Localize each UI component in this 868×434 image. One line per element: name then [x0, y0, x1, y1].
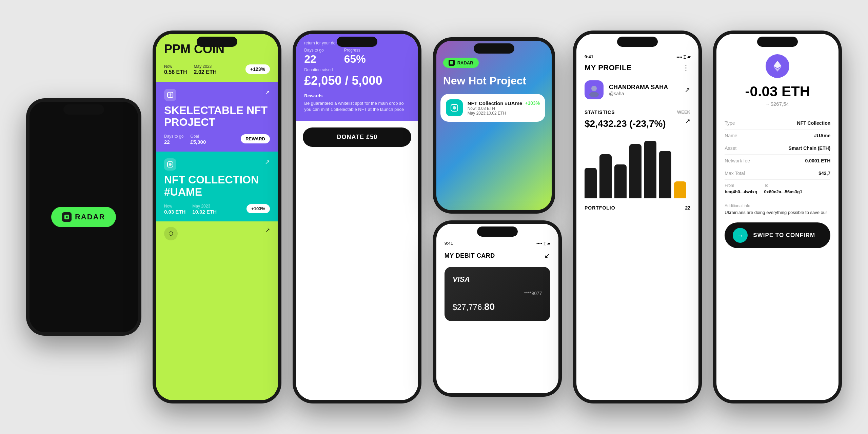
tx-type-row: Type NFT Collection	[725, 117, 830, 130]
bar-5	[644, 141, 656, 198]
skelectable-icon	[164, 89, 176, 101]
debit-statusbar: 9:41 ▪▪▪▪ ⌶ ▰	[445, 241, 550, 246]
from-label: From	[725, 183, 757, 188]
phone-profile: 9:41 ▪▪▪▪ ⌶ ▰ MY PROFILE ⋮ CHANDRAMA SAH…	[573, 31, 702, 403]
skel-badge: REWARD	[241, 134, 270, 143]
radar-brand-text: RADAR	[457, 60, 473, 65]
profile-user[interactable]: CHANDRAMA SAHA @saha ↗	[585, 80, 690, 99]
donate-button[interactable]: DONATE £50	[303, 127, 411, 147]
bar-6	[659, 151, 671, 198]
phone-debit: 9:41 ▪▪▪▪ ⌶ ▰ MY DEBIT CARD ↙ VISA ****9…	[433, 220, 562, 397]
card-nft[interactable]: ↗ NFT COLLECTION #UAME Now 0.03 ETH May …	[156, 152, 278, 221]
portfolio-label: PORTFOLIO	[585, 205, 615, 211]
transaction-screen: -0.03 ETH ~ $267,54 Type NFT Collection …	[716, 34, 839, 400]
name-value: #UAme	[814, 133, 830, 138]
progress-label: Progress	[344, 48, 360, 53]
svg-marker-9	[773, 61, 782, 68]
bar-4	[629, 144, 642, 198]
notification-card: NFT Collection #UAme +103% Now: 0.03 ETH…	[440, 94, 546, 122]
svg-rect-4	[450, 61, 453, 64]
raised-val: £2,050 / 5,000	[304, 74, 410, 88]
progress-val: 65%	[344, 53, 366, 65]
skel-goal-label: Goal	[190, 134, 199, 139]
name-label: Name	[725, 133, 737, 138]
notif-card-badge: +103%	[525, 100, 540, 106]
fee-value: 0.0001 ETH	[805, 158, 831, 163]
nft-now-label: Now	[164, 204, 172, 209]
donation-screen: return for your donation. Days to go 22 …	[296, 34, 418, 400]
card-ppm[interactable]: PPM COIN Now 0.56 ETH May 2023 2.02 ETH …	[156, 34, 278, 82]
tx-max-row: Max Total $42,7	[725, 167, 830, 180]
user-avatar	[585, 80, 604, 99]
swipe-arrow-icon: →	[733, 228, 748, 243]
nft-badge: +103%	[246, 204, 270, 213]
radar-text: RADAR	[75, 213, 105, 221]
notification-screen: RADAR New Hot Project NFT Collection #UA…	[436, 41, 552, 210]
svg-point-8	[589, 92, 599, 97]
stats-value: $2,432.23 (-23,7%)	[585, 118, 666, 129]
card-last4: ****9077	[453, 291, 542, 296]
skel-days-label: Days to go	[164, 134, 183, 139]
nft-title: NFT COLLECTION #UAME	[164, 174, 270, 198]
debit-card-visual: VISA ****9077 $27,776.80	[445, 267, 550, 321]
nft-now-val: 0.03 ETH	[164, 209, 185, 215]
user-handle: @saha	[609, 91, 668, 96]
bar-7	[674, 181, 686, 198]
nft-may-val: 10.02 ETH	[192, 209, 217, 215]
phone-pair-right: RADAR New Hot Project NFT Collection #UA…	[433, 37, 562, 397]
debit-time: 9:41	[445, 241, 453, 246]
more-menu-icon[interactable]: ⋮	[682, 63, 690, 72]
max-label: Max Total	[725, 171, 745, 176]
battery-icon: ▰	[547, 241, 550, 246]
debit-screen: 9:41 ▪▪▪▪ ⌶ ▰ MY DEBIT CARD ↙ VISA ****9…	[436, 224, 558, 393]
card-skelectable[interactable]: ↗ SKELECTABLE NFT PROJECT Days to go 22 …	[156, 82, 278, 152]
rewards-text: Be guaranteed a whitelist spot for the m…	[304, 100, 410, 113]
portfolio-chart	[585, 137, 690, 198]
ppm-may-val: 2.02 ETH	[194, 69, 217, 75]
minimize-icon[interactable]: ↙	[544, 251, 550, 260]
debit-signal-icons: ▪▪▪▪ ⌶ ▰	[536, 241, 550, 246]
balance-cents: 80	[484, 301, 495, 312]
svg-point-3	[169, 163, 172, 166]
bottom-icon-1[interactable]: ⬡	[164, 227, 178, 240]
to-label: To	[764, 183, 802, 188]
wifi-icon: ⌶	[684, 55, 686, 59]
asset-label: Asset	[725, 145, 736, 151]
max-value: $42,7	[818, 171, 830, 176]
splash-screen: RADAR	[29, 102, 138, 332]
swipe-confirm-button[interactable]: → SWIPE TO CONFIRM	[725, 222, 830, 248]
type-label: Type	[725, 120, 735, 126]
signal-icon: ▪▪▪▪	[676, 55, 682, 59]
bar-2	[599, 154, 612, 198]
nft-icon	[164, 158, 176, 171]
user-name: CHANDRAMA SAHA	[609, 84, 668, 91]
profile-time: 9:41	[585, 54, 593, 59]
nft-may-label: May 2023	[192, 204, 210, 209]
tx-usd: ~ $267,54	[725, 101, 830, 107]
notif-card-icon	[446, 99, 463, 116]
swipe-text: SWIPE TO CONFIRM	[753, 232, 815, 239]
notif-card-content: NFT Collection #UAme +103% Now: 0.03 ETH…	[468, 100, 540, 116]
days-label: Days to go	[304, 48, 323, 53]
donation-top-label: return for your donation.	[304, 41, 410, 45]
donation-header: return for your donation. Days to go 22 …	[296, 34, 418, 121]
radar-pill-icon	[449, 60, 455, 66]
additional-label: Additional info	[725, 203, 830, 208]
profile-arrow-icon: ↗	[685, 86, 690, 94]
additional-text: Ukrainians are doing everything possible…	[725, 210, 830, 216]
to-value: 0x80c2a...56as3g1	[764, 189, 802, 194]
tx-amount: -0.03 ETH	[725, 83, 830, 100]
bar-1	[585, 168, 597, 198]
ppm-may-label: May 2023	[194, 64, 212, 69]
tx-asset-row: Asset Smart Chain (ETH)	[725, 142, 830, 155]
stats-label: STATISTICS	[585, 110, 615, 115]
tx-fee-row: Network fee 0.0001 ETH	[725, 155, 830, 167]
profile-screen: 9:41 ▪▪▪▪ ⌶ ▰ MY PROFILE ⋮ CHANDRAMA SAH…	[576, 34, 698, 400]
skel-goal-val: £5,000	[190, 139, 206, 145]
svg-point-6	[453, 106, 456, 110]
phone-notification: RADAR New Hot Project NFT Collection #UA…	[433, 37, 555, 214]
ppm-badge: +123%	[245, 64, 270, 74]
raised-label: Donation raised	[304, 67, 410, 72]
notif-card-may: May 2023:10.02 ETH	[468, 111, 540, 116]
asset-value: Smart Chain (ETH)	[789, 145, 831, 151]
